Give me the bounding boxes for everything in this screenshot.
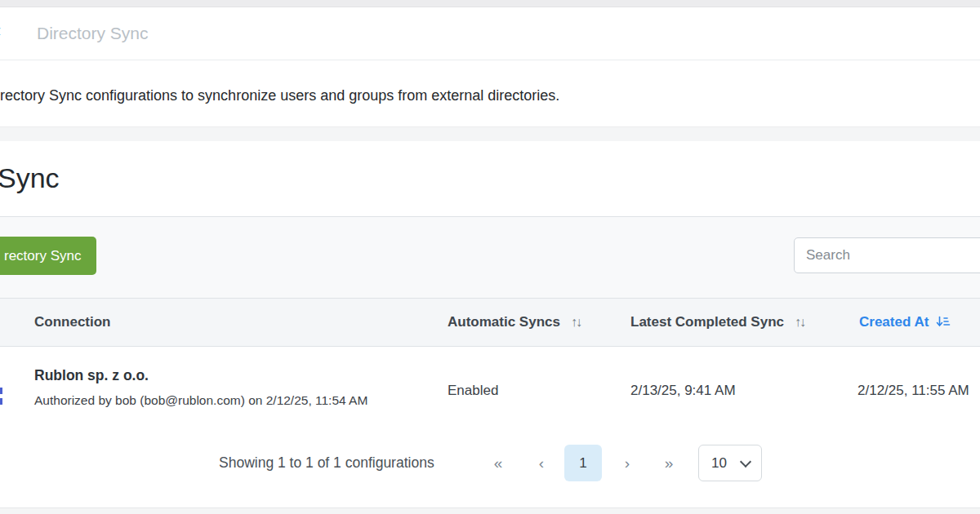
cell-latest-completed-sync: 2/13/25, 9:41 AM: [630, 383, 736, 399]
section-separator: [0, 126, 980, 142]
column-header-created-at[interactable]: Created At: [859, 299, 951, 346]
cell-created-at: 2/12/25, 11:55 AM: [858, 383, 969, 399]
page-top-strip: [0, 0, 980, 7]
column-label: Connection: [34, 314, 111, 330]
table-row[interactable]: Rublon sp. z o.o. Authorized by bob (bob…: [0, 348, 980, 438]
current-page-button[interactable]: 1: [564, 445, 602, 481]
pagination-bar: Showing 1 to 1 of 1 configurations « ‹ 1…: [0, 438, 980, 507]
heading-section: Sync: [0, 141, 980, 217]
column-header-automatic-syncs[interactable]: Automatic Syncs↑↓: [448, 299, 581, 346]
column-label: Latest Completed Sync: [630, 314, 784, 330]
connection-name: Rublon sp. z o.o.: [34, 367, 149, 384]
column-header-connection: Connection: [34, 299, 111, 346]
previous-page-button[interactable]: ‹: [528, 445, 555, 481]
last-page-button[interactable]: »: [656, 445, 682, 481]
column-label: Created At: [859, 314, 929, 330]
page-title: Sync: [0, 162, 60, 194]
add-directory-sync-button[interactable]: rectory Sync: [0, 237, 96, 275]
sort-icon[interactable]: ↑↓: [571, 315, 581, 329]
connection-detail: Authorized by bob (bob@rublon.com) on 2/…: [34, 393, 368, 408]
pagination-summary: Showing 1 to 1 of 1 configurations: [219, 445, 434, 481]
back-chevron-icon[interactable]: ‹: [0, 20, 1, 42]
sort-descending-icon[interactable]: [936, 314, 951, 329]
cell-automatic-syncs: Enabled: [448, 383, 498, 399]
chevron-down-icon: [740, 456, 751, 467]
breadcrumb-bar: ‹ Directory Sync: [0, 7, 980, 60]
column-header-latest-completed-sync[interactable]: Latest Completed Sync↑↓: [630, 299, 804, 346]
toolbar: rectory Sync: [0, 217, 980, 298]
page-description: rectory Sync configurations to synchroni…: [0, 87, 559, 104]
description-section: rectory Sync configurations to synchroni…: [0, 60, 980, 126]
table-header-row: Connection Automatic Syncs↑↓ Latest Comp…: [0, 298, 980, 347]
page-size-value: 10: [711, 445, 727, 481]
next-page-button[interactable]: ›: [614, 445, 640, 481]
provider-icon: [0, 388, 2, 394]
sort-icon[interactable]: ↑↓: [795, 315, 804, 329]
provider-icon: [0, 398, 2, 405]
page-size-select[interactable]: 10: [698, 445, 762, 481]
page-bottom-strip: [0, 507, 980, 514]
search-input[interactable]: [794, 237, 980, 273]
column-label: Automatic Syncs: [448, 314, 560, 330]
breadcrumb[interactable]: Directory Sync: [37, 7, 149, 60]
first-page-button[interactable]: «: [485, 445, 511, 481]
